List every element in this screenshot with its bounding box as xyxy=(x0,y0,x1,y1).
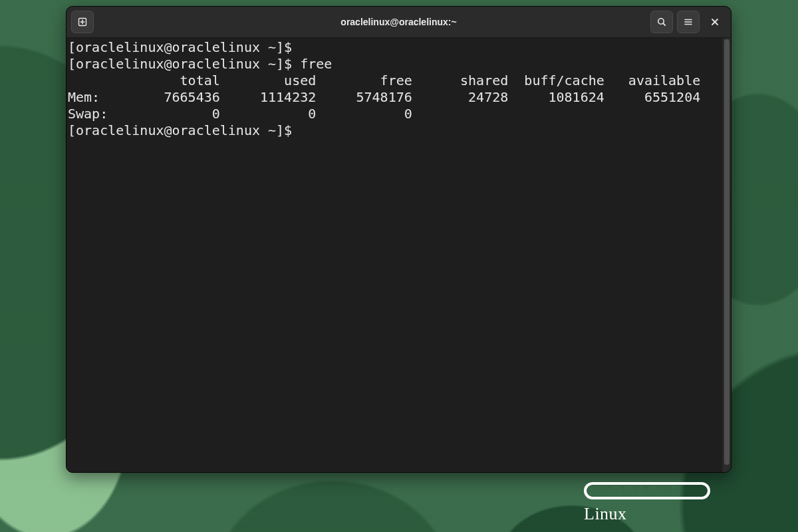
new-tab-icon xyxy=(77,17,88,27)
close-icon xyxy=(710,17,720,27)
scrollbar[interactable] xyxy=(722,38,731,472)
oracle-linux-watermark: ORACLE Linux xyxy=(584,481,710,524)
terminal-window: oraclelinux@oraclelinux:~ [oraclelinux@o… xyxy=(66,6,732,473)
terminal-body[interactable]: [oraclelinux@oraclelinux ~]$ [oraclelinu… xyxy=(66,38,731,472)
search-icon xyxy=(656,17,667,27)
hamburger-menu-button[interactable] xyxy=(677,11,700,33)
window-title: oraclelinux@oraclelinux:~ xyxy=(66,17,731,27)
scrollbar-thumb[interactable] xyxy=(724,39,730,465)
terminal-output[interactable]: [oraclelinux@oraclelinux ~]$ [oraclelinu… xyxy=(66,38,722,472)
titlebar[interactable]: oraclelinux@oraclelinux:~ xyxy=(66,7,731,38)
oracle-linux-text: Linux xyxy=(584,504,710,524)
search-button[interactable] xyxy=(650,11,673,33)
svg-text:ORACLE: ORACLE xyxy=(612,484,682,497)
oracle-logo: ORACLE xyxy=(584,481,710,500)
new-tab-button[interactable] xyxy=(71,11,94,33)
close-button[interactable] xyxy=(704,11,726,33)
hamburger-icon xyxy=(683,17,694,27)
